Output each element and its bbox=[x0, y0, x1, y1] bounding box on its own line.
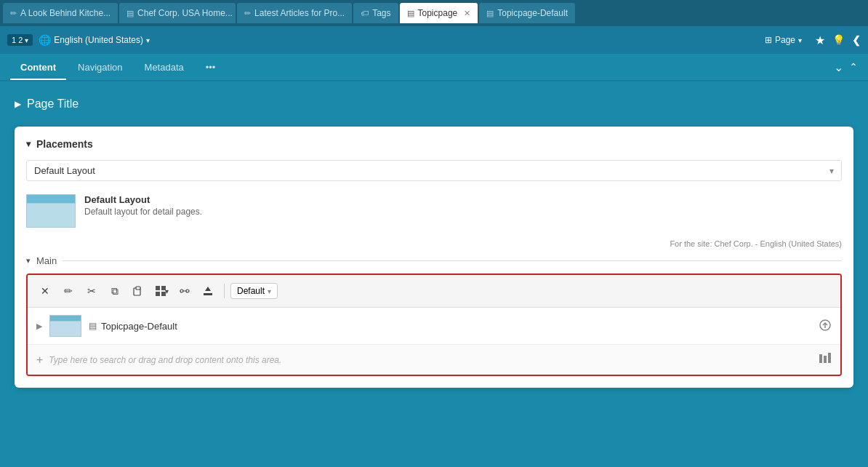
copy-tool[interactable]: ⧉ bbox=[105, 281, 125, 301]
page-label: Page bbox=[775, 35, 795, 45]
svg-point-6 bbox=[180, 290, 183, 292]
main-section-divider bbox=[63, 260, 842, 261]
toolbar-left: 1 2 ▾ 🌐 English (United States) ▾ bbox=[7, 34, 150, 46]
layout-thumbnail bbox=[26, 194, 76, 228]
lang-chevron-icon: ▾ bbox=[146, 36, 150, 44]
content-item-row: ▶ ▤ Topicpage-Default bbox=[28, 308, 840, 345]
toolbar-row: 1 2 ▾ 🌐 English (United States) ▾ ⊞ Page… bbox=[0, 26, 868, 54]
svg-rect-13 bbox=[824, 356, 827, 363]
paste-tool[interactable] bbox=[128, 281, 148, 301]
tab-label: A Look Behind Kitche... bbox=[20, 8, 110, 18]
tab-label: Topicpage bbox=[418, 8, 458, 18]
content-item-label: ▤ Topicpage-Default bbox=[89, 321, 811, 332]
tab-label: Tags bbox=[372, 8, 390, 18]
add-content-plus-icon[interactable]: + bbox=[36, 354, 43, 367]
layout-thumb-header bbox=[27, 195, 75, 204]
tab-chef-corp[interactable]: ▤ Chef Corp. USA Home... bbox=[119, 3, 236, 23]
svg-point-7 bbox=[186, 290, 189, 292]
tab-content[interactable]: Content bbox=[10, 56, 66, 80]
placements-collapse-icon[interactable]: ▾ bbox=[26, 139, 31, 149]
layout-dropdown-chevron-icon: ▾ bbox=[829, 166, 834, 176]
close-tool[interactable]: ✕ bbox=[35, 281, 55, 301]
tab-latest-articles[interactable]: ✏ Latest Articles for Pro... bbox=[237, 3, 352, 23]
main-section-header: ▾ Main bbox=[26, 255, 842, 266]
globe-icon: 🌐 bbox=[39, 34, 51, 46]
layout-thumb-body bbox=[27, 204, 75, 227]
layout-dropdown-value: Default Layout bbox=[34, 165, 95, 176]
tab-close-icon[interactable]: ✕ bbox=[464, 9, 470, 18]
svg-rect-9 bbox=[204, 293, 212, 295]
layout-site-info: For the site: Chef Corp. - English (Unit… bbox=[26, 239, 842, 248]
add-content-right[interactable] bbox=[819, 352, 832, 367]
content-editor: ✕ ✏ ✂ ⧉ ▾ bbox=[26, 274, 842, 376]
page-chevron-icon: ▾ bbox=[798, 36, 802, 44]
add-content-placeholder[interactable]: Type here to search or drag and drop con… bbox=[49, 355, 281, 365]
page-button[interactable]: ⊞ Page ▾ bbox=[759, 33, 808, 47]
content-tab-group: Content Navigation Metadata ••• bbox=[10, 56, 225, 79]
tab-icon-edit2: ✏ bbox=[244, 9, 251, 18]
content-type-chevron-icon: ▾ bbox=[268, 287, 271, 295]
content-type-value: Default bbox=[237, 286, 265, 296]
tab-navigation[interactable]: Navigation bbox=[68, 56, 132, 80]
layout-info: Default Layout Default layout for detail… bbox=[84, 194, 842, 217]
grid-icon: ⊞ bbox=[765, 35, 772, 45]
tab-icon-page: ▤ bbox=[126, 9, 134, 18]
main-section-label: Main bbox=[36, 255, 57, 266]
layout-dropdown[interactable]: Default Layout ▾ bbox=[26, 160, 842, 181]
tab-topicpage-default[interactable]: ▤ Topicpage-Default bbox=[479, 3, 575, 23]
tab-more[interactable]: ••• bbox=[196, 56, 226, 80]
back-icon[interactable]: ❮ bbox=[852, 34, 861, 46]
tab-tags[interactable]: 🏷 Tags bbox=[353, 3, 398, 23]
block-tool[interactable]: ▾ bbox=[151, 281, 172, 301]
page-title-row: ▶ Page Title bbox=[15, 95, 853, 113]
tab-metadata[interactable]: Metadata bbox=[134, 56, 194, 80]
toolbar-separator bbox=[224, 284, 225, 298]
language-selector[interactable]: 🌐 English (United States) ▾ bbox=[39, 34, 150, 46]
layout-item-title: Default Layout bbox=[84, 194, 842, 205]
content-item-type-icon: ▤ bbox=[89, 321, 97, 331]
page-title-chevron-icon[interactable]: ▶ bbox=[15, 99, 21, 109]
content-item-thumbnail bbox=[49, 315, 81, 337]
placements-header: ▾ Placements bbox=[26, 138, 842, 150]
svg-rect-14 bbox=[828, 353, 831, 363]
fullscreen-icon[interactable]: ⌃ bbox=[849, 61, 858, 73]
version-chevron: ▾ bbox=[25, 36, 28, 44]
tab-navigation-label: Navigation bbox=[78, 62, 122, 73]
add-content-row: + Type here to search or drag and drop c… bbox=[28, 345, 840, 375]
publish-tool[interactable] bbox=[198, 281, 218, 301]
version-text: 1 2 bbox=[12, 36, 23, 44]
page-title: Page Title bbox=[27, 97, 79, 111]
tab-label: Topicpage-Default bbox=[497, 8, 568, 18]
tab-metadata-label: Metadata bbox=[145, 62, 184, 73]
tab-icon-page2: ▤ bbox=[407, 9, 414, 18]
svg-rect-4 bbox=[156, 292, 160, 296]
content-tab-actions: ⌄ ⌃ bbox=[834, 60, 858, 74]
layout-item: Default Layout Default layout for detail… bbox=[26, 188, 842, 234]
star-icon[interactable]: ★ bbox=[815, 33, 825, 47]
placements-card: ▾ Placements Default Layout ▾ Default La… bbox=[15, 127, 853, 388]
tab-look-behind[interactable]: ✏ A Look Behind Kitche... bbox=[3, 3, 118, 23]
bulb-icon[interactable]: 💡 bbox=[832, 34, 845, 46]
tab-label: Latest Articles for Pro... bbox=[254, 8, 345, 18]
cut-tool[interactable]: ✂ bbox=[81, 281, 102, 301]
tab-icon-tag: 🏷 bbox=[361, 9, 369, 17]
add-content-left: + Type here to search or drag and drop c… bbox=[36, 354, 281, 367]
main-content: ▶ Page Title ▾ Placements Default Layout… bbox=[0, 81, 868, 467]
editor-toolbar: ✕ ✏ ✂ ⧉ ▾ bbox=[28, 275, 840, 308]
content-item-thumb-body bbox=[50, 322, 81, 336]
edit-tool[interactable]: ✏ bbox=[58, 281, 79, 301]
version-badge[interactable]: 1 2 ▾ bbox=[7, 34, 33, 46]
svg-rect-12 bbox=[819, 354, 822, 363]
content-item-name: Topicpage-Default bbox=[101, 321, 177, 332]
content-tabs: Content Navigation Metadata ••• ⌄ ⌃ bbox=[0, 54, 868, 81]
tab-label: Chef Corp. USA Home... bbox=[137, 8, 233, 18]
content-item-thumb-header bbox=[50, 316, 81, 322]
tab-topicpage[interactable]: ▤ Topicpage ✕ bbox=[400, 3, 478, 23]
svg-rect-1 bbox=[136, 287, 140, 290]
content-type-dropdown[interactable]: Default ▾ bbox=[230, 283, 278, 299]
connect-tool[interactable] bbox=[174, 281, 195, 301]
main-section-collapse-icon[interactable]: ▾ bbox=[26, 256, 31, 266]
content-item-actions[interactable] bbox=[819, 319, 832, 334]
collapse-icon[interactable]: ⌄ bbox=[834, 60, 843, 74]
item-expand-icon[interactable]: ▶ bbox=[36, 322, 42, 331]
